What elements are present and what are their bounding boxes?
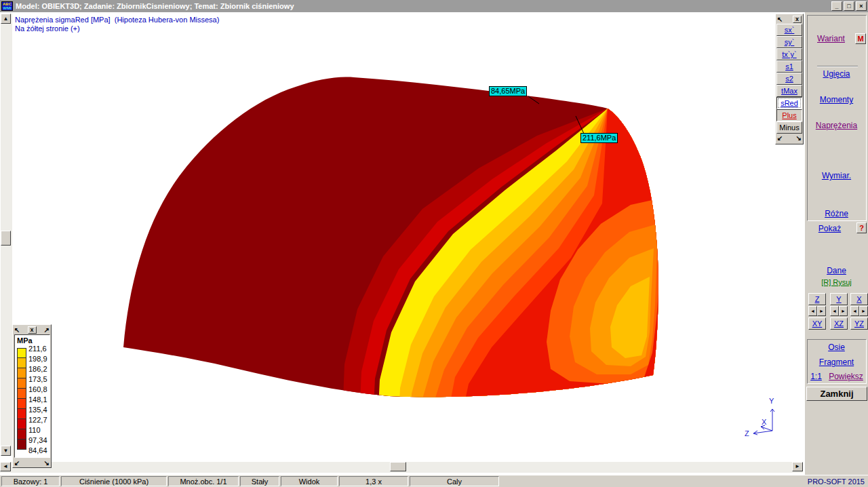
legend-unit-label: MPa xyxy=(17,336,33,345)
legend-scale: MPa 211,6 198,9 186,2 173,5 160,8 148,1 … xyxy=(14,334,50,458)
legend-close-button[interactable]: x xyxy=(28,326,37,334)
move-nw-icon[interactable]: ↖ xyxy=(777,16,783,23)
stress-button-tmax[interactable]: tMax xyxy=(776,85,802,97)
resize-se-icon[interactable]: ↘ xyxy=(44,459,50,467)
stress-marker-min[interactable]: 84,65MPa xyxy=(489,86,527,96)
rotate-z-minus-button[interactable]: ◄ xyxy=(808,306,817,316)
rotate-y-button[interactable]: Y xyxy=(830,293,848,305)
rotate-y-plus-button[interactable]: ► xyxy=(839,306,848,316)
side-panel: Wariant M Ugięcia Momenty Naprężenia Wym… xyxy=(804,12,868,475)
rotate-z-plus-button[interactable]: ► xyxy=(817,306,826,316)
legend-swatch xyxy=(17,419,26,429)
stress-button-sy[interactable]: sy` xyxy=(776,36,802,48)
wariant-m-button[interactable]: M xyxy=(855,33,866,44)
separator xyxy=(817,66,858,67)
zamknij-button[interactable]: Zamknij xyxy=(806,387,867,401)
legend-value: 97,34 xyxy=(28,436,50,445)
axis-z-label: Z xyxy=(745,429,749,437)
vertical-scroll-thumb[interactable] xyxy=(1,231,11,246)
menu-fragment[interactable]: Fragment xyxy=(805,357,868,367)
stress-button-s2[interactable]: s2 xyxy=(776,73,802,85)
menu-powieksz[interactable]: Powiększ xyxy=(814,372,868,381)
legend-swatch xyxy=(17,429,26,440)
stress-button-minus[interactable]: Minus xyxy=(776,121,802,134)
legend-value: 160,8 xyxy=(28,385,50,394)
legend-value: 122,7 xyxy=(28,416,50,425)
menu-momenty[interactable]: Momenty xyxy=(805,95,868,104)
legend-value: 110 xyxy=(28,426,50,435)
legend-value: 173,5 xyxy=(28,375,50,384)
legend-value: 84,64 xyxy=(28,446,50,455)
view-xz-button[interactable]: XZ xyxy=(830,317,848,330)
legend-swatch xyxy=(17,358,26,368)
status-load-multiplier[interactable]: Mnoż.obc. 1/1 xyxy=(168,476,239,486)
rotate-z-button[interactable]: Z xyxy=(808,293,826,305)
stress-marker-max[interactable]: 211,6MPa xyxy=(580,133,618,143)
menu-dane[interactable]: Dane xyxy=(805,266,868,275)
rotate-y-minus-button[interactable]: ◄ xyxy=(830,306,839,316)
results-groupbox xyxy=(807,15,867,221)
status-caly[interactable]: Caly xyxy=(410,476,499,486)
status-base-variant[interactable]: Bazowy: 1 xyxy=(1,476,60,486)
arrow-right-icon: ► xyxy=(795,464,800,469)
app-window: ABC WMI Model: OBIEKT3D; Zadanie: Zbiorn… xyxy=(0,0,868,487)
resize-sw-icon[interactable]: ↙ xyxy=(777,134,783,142)
view-yz-button[interactable]: YZ xyxy=(850,317,868,330)
stress-button-sred[interactable]: sRed xyxy=(776,97,802,109)
menu-wymiar[interactable]: Wymiar. xyxy=(805,171,868,180)
minimize-button[interactable]: _ xyxy=(831,1,842,11)
status-load-case[interactable]: Ciśnienie (1000 kPa) xyxy=(61,476,167,486)
axis-y-label: Y xyxy=(769,397,774,405)
scroll-down-button[interactable]: ▼ xyxy=(1,446,11,456)
menu-pokaz[interactable]: Pokaż xyxy=(798,224,861,233)
view-xy-button[interactable]: XY xyxy=(808,317,826,330)
menu-wariant[interactable]: Wariant xyxy=(800,34,863,43)
stress-button-plus[interactable]: Plus xyxy=(776,109,802,121)
stress-button-s1[interactable]: s1 xyxy=(776,60,802,73)
menu-ugiecia[interactable]: Ugięcia xyxy=(805,69,868,79)
app-icon: ABC WMI xyxy=(1,1,13,11)
resize-sw-icon[interactable]: ↙ xyxy=(14,459,20,467)
menu-osie[interactable]: Osie xyxy=(805,343,868,352)
menu-rozne[interactable]: Różne xyxy=(805,209,868,218)
model-viewport[interactable]: 84,65MPa 211,6MPa Naprężenia sigmaRed [M… xyxy=(0,12,804,475)
titlebar: ABC WMI Model: OBIEKT3D; Zadanie: Zbiorn… xyxy=(0,0,868,12)
arrow-right-icon: ► xyxy=(861,309,866,313)
move-ne-icon[interactable]: ↗ xyxy=(44,326,50,334)
close-button[interactable]: × xyxy=(856,1,867,11)
arrow-left-icon: ◄ xyxy=(852,309,857,313)
legend-value: 211,6 xyxy=(28,345,50,353)
stress-button-txy[interactable]: tx`y` xyxy=(776,48,802,60)
horizontal-scroll-thumb[interactable] xyxy=(390,462,406,471)
horizontal-scrollbar[interactable]: ◄ ► xyxy=(0,462,803,473)
resize-se-icon[interactable]: ↘ xyxy=(796,134,802,142)
result-description-line2: Na żółtej stronie (+) xyxy=(15,24,80,33)
help-button[interactable]: ? xyxy=(856,222,867,233)
menu-naprezenia[interactable]: Naprężenia xyxy=(805,121,868,130)
scroll-left-button[interactable]: ◄ xyxy=(0,462,11,471)
rotate-x-button[interactable]: X xyxy=(850,293,868,305)
toolbar-close-button[interactable]: x xyxy=(793,16,802,23)
axis-x-label: X xyxy=(762,418,767,426)
legend-swatch xyxy=(17,348,26,358)
rotate-x-minus-button[interactable]: ◄ xyxy=(850,306,859,316)
maximize-button[interactable]: □ xyxy=(844,1,854,11)
status-staly[interactable]: Stały xyxy=(240,476,279,486)
legend-swatch xyxy=(17,378,26,389)
status-zoom-factor[interactable]: 1,3 x xyxy=(339,476,408,486)
move-nw-icon[interactable]: ↖ xyxy=(14,326,20,334)
arrow-left-icon: ◄ xyxy=(832,309,837,313)
arrow-up-icon: ▲ xyxy=(3,16,9,22)
scroll-right-button[interactable]: ► xyxy=(792,462,803,471)
arrow-left-icon: ◄ xyxy=(810,309,815,313)
stress-button-sx[interactable]: sx` xyxy=(776,24,802,36)
legend-value: 198,9 xyxy=(28,355,50,364)
menu-rysuj[interactable]: [R] Rysuj xyxy=(805,278,868,286)
vertical-scrollbar[interactable]: ▲ ▼ xyxy=(1,14,12,456)
axes-indicator: Y Z X xyxy=(743,395,800,437)
scroll-up-button[interactable]: ▲ xyxy=(1,14,11,24)
legend-swatch xyxy=(17,368,26,378)
status-widok[interactable]: Widok xyxy=(281,476,338,486)
rotate-x-plus-button[interactable]: ► xyxy=(859,306,868,316)
legend-swatch xyxy=(17,389,26,399)
